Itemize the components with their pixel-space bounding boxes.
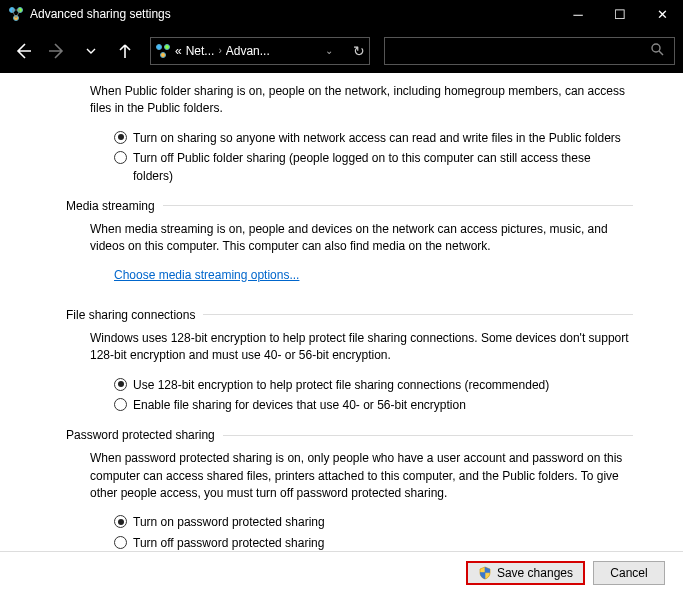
- section-header-file-sharing: File sharing connections: [66, 308, 633, 322]
- forward-button[interactable]: [42, 36, 72, 66]
- window-title: Advanced sharing settings: [30, 7, 557, 21]
- search-input[interactable]: [384, 37, 675, 65]
- radio-password-on[interactable]: Turn on password protected sharing: [114, 514, 633, 531]
- public-folder-description: When Public folder sharing is on, people…: [90, 83, 633, 118]
- svg-point-7: [165, 44, 170, 49]
- password-description: When password protected sharing is on, o…: [90, 450, 633, 502]
- navigation-bar: « Net... › Advan... ⌄ ↻: [0, 28, 683, 73]
- section-title: Media streaming: [66, 199, 155, 213]
- up-button[interactable]: [110, 36, 140, 66]
- button-label: Save changes: [497, 566, 573, 580]
- shield-icon: [478, 566, 492, 580]
- cancel-button[interactable]: Cancel: [593, 561, 665, 585]
- radio-encryption-128[interactable]: Use 128-bit encryption to help protect f…: [114, 377, 633, 394]
- radio-icon: [114, 536, 127, 549]
- public-folder-options: Turn on sharing so anyone with network a…: [114, 130, 633, 185]
- chevron-down-icon[interactable]: ⌄: [325, 45, 333, 56]
- radio-public-on[interactable]: Turn on sharing so anyone with network a…: [114, 130, 633, 147]
- divider: [223, 435, 633, 436]
- radio-icon: [114, 151, 127, 164]
- breadcrumb[interactable]: « Net... › Advan... ⌄ ↻: [150, 37, 370, 65]
- recent-locations-button[interactable]: [76, 36, 106, 66]
- footer-buttons: Save changes Cancel: [0, 551, 683, 593]
- file-sharing-options: Use 128-bit encryption to help protect f…: [114, 377, 633, 415]
- radio-icon: [114, 515, 127, 528]
- maximize-button[interactable]: ☐: [599, 0, 641, 28]
- radio-label: Use 128-bit encryption to help protect f…: [133, 377, 549, 394]
- svg-point-8: [161, 52, 166, 57]
- media-options-link[interactable]: Choose media streaming options...: [114, 268, 299, 282]
- radio-label: Turn off Public folder sharing (people l…: [133, 150, 633, 185]
- svg-point-9: [652, 44, 660, 52]
- radio-label: Turn on password protected sharing: [133, 514, 325, 531]
- chevron-right-icon: ›: [218, 45, 221, 56]
- section-title: Password protected sharing: [66, 428, 215, 442]
- password-options: Turn on password protected sharing Turn …: [114, 514, 633, 551]
- breadcrumb-prefix: «: [175, 44, 182, 58]
- svg-point-6: [157, 44, 162, 49]
- titlebar: Advanced sharing settings ─ ☐ ✕: [0, 0, 683, 28]
- refresh-button[interactable]: ↻: [353, 43, 365, 59]
- section-header-media: Media streaming: [66, 199, 633, 213]
- section-header-password: Password protected sharing: [66, 428, 633, 442]
- settings-content: When Public folder sharing is on, people…: [0, 73, 683, 551]
- breadcrumb-item[interactable]: Net...: [186, 44, 215, 58]
- search-icon: [650, 42, 664, 59]
- network-icon: [8, 6, 24, 22]
- minimize-button[interactable]: ─: [557, 0, 599, 28]
- divider: [163, 205, 633, 206]
- radio-icon: [114, 398, 127, 411]
- media-description: When media streaming is on, people and d…: [90, 221, 633, 256]
- breadcrumb-item[interactable]: Advan...: [226, 44, 270, 58]
- radio-password-off[interactable]: Turn off password protected sharing: [114, 535, 633, 551]
- back-button[interactable]: [8, 36, 38, 66]
- close-button[interactable]: ✕: [641, 0, 683, 28]
- radio-encryption-40-56[interactable]: Enable file sharing for devices that use…: [114, 397, 633, 414]
- radio-label: Turn on sharing so anyone with network a…: [133, 130, 621, 147]
- file-sharing-description: Windows uses 128-bit encryption to help …: [90, 330, 633, 365]
- radio-label: Turn off password protected sharing: [133, 535, 324, 551]
- section-title: File sharing connections: [66, 308, 195, 322]
- radio-label: Enable file sharing for devices that use…: [133, 397, 466, 414]
- radio-public-off[interactable]: Turn off Public folder sharing (people l…: [114, 150, 633, 185]
- button-label: Cancel: [610, 566, 647, 580]
- radio-icon: [114, 378, 127, 391]
- divider: [203, 314, 633, 315]
- radio-icon: [114, 131, 127, 144]
- network-icon: [155, 43, 171, 59]
- svg-line-10: [659, 51, 663, 55]
- save-changes-button[interactable]: Save changes: [466, 561, 585, 585]
